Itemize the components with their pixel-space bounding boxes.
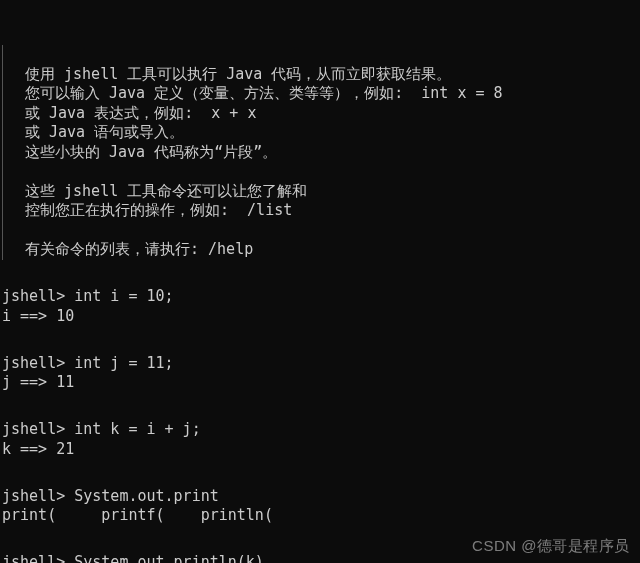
completions: print( printf( println( (2, 506, 273, 524)
intro-line: 使用 jshell 工具可以执行 Java 代码，从而立即获取结果。 (25, 65, 451, 83)
intro-line: 或 Java 表达式，例如: x + x (25, 104, 256, 122)
command: int j = 11; (65, 354, 173, 372)
prompt: jshell> (2, 487, 65, 505)
prompt: jshell> (2, 420, 65, 438)
prompt: jshell> (2, 553, 65, 563)
command: System.out.println(k) (65, 553, 264, 563)
jshell-block: jshell> System.out.print print( printf( … (2, 487, 638, 526)
intro-line: 这些 jshell 工具命令还可以让您了解和 (25, 182, 307, 200)
intro-text: 使用 jshell 工具可以执行 Java 代码，从而立即获取结果。 您可以输入… (2, 45, 638, 260)
intro-line: 这些小块的 Java 代码称为“片段”。 (25, 143, 277, 161)
output: j ==> 11 (2, 373, 74, 391)
intro-line: 控制您正在执行的操作，例如: /list (25, 201, 292, 219)
intro-line: 有关命令的列表，请执行: /help (25, 240, 253, 258)
terminal-window[interactable]: 使用 jshell 工具可以执行 Java 代码，从而立即获取结果。 您可以输入… (2, 6, 638, 563)
output: i ==> 10 (2, 307, 74, 325)
jshell-block: jshell> int k = i + j; k ==> 21 (2, 420, 638, 459)
command: int k = i + j; (65, 420, 200, 438)
command: int i = 10; (65, 287, 173, 305)
prompt: jshell> (2, 354, 65, 372)
jshell-block: jshell> int j = 11; j ==> 11 (2, 354, 638, 393)
prompt: jshell> (2, 287, 65, 305)
watermark: CSDN @德哥是程序员 (472, 536, 630, 556)
intro-line: 您可以输入 Java 定义（变量、方法、类等等），例如: int x = 8 (25, 84, 503, 102)
jshell-block: jshell> int i = 10; i ==> 10 (2, 287, 638, 326)
intro-line: 或 Java 语句或导入。 (25, 123, 184, 141)
command: System.out.print (65, 487, 219, 505)
output: k ==> 21 (2, 440, 74, 458)
